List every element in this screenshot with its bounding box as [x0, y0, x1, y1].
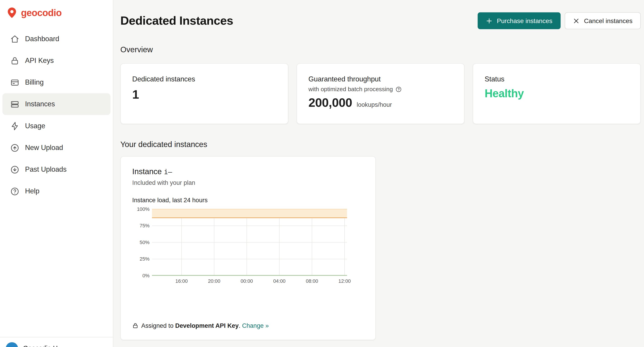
geocodio-logo[interactable]: geocodio — [0, 0, 113, 19]
sidebar-nav: DashboardAPI KeysBillingInstancesUsageNe… — [0, 28, 113, 202]
help-circle-icon — [10, 187, 19, 196]
svg-text:0%: 0% — [142, 273, 150, 278]
arrow-up-circle-icon — [10, 143, 19, 152]
instance-subtitle: Included with your plan — [132, 179, 364, 186]
dedicated-instances-card: Dedicated instances 1 — [120, 63, 288, 124]
credit-card-icon — [10, 78, 19, 87]
cancel-instances-button[interactable]: Cancel instances — [565, 12, 640, 29]
svg-text:50%: 50% — [140, 240, 150, 245]
help-circle-icon[interactable] — [395, 86, 401, 92]
bolt-icon — [10, 122, 19, 131]
page-title: Dedicated Instances — [120, 14, 233, 28]
sidebar-item-label: New Upload — [25, 144, 63, 152]
stat-title: Status — [484, 75, 629, 83]
sidebar-item-label: Dashboard — [25, 35, 59, 43]
stat-unit: lookups/hour — [356, 101, 392, 108]
change-link[interactable]: Change » — [242, 322, 269, 329]
sidebar-item-new-upload[interactable]: New Upload — [2, 137, 110, 159]
geocodio-wordmark: geocodio — [21, 7, 62, 18]
sidebar-item-label: Help — [25, 187, 40, 195]
svg-text:08:00: 08:00 — [306, 278, 318, 284]
instances-heading: Your dedicated instances — [120, 140, 640, 149]
sidebar-item-api-keys[interactable]: API Keys — [2, 50, 110, 72]
main-content: Dedicated Instances Purchase instances C… — [113, 0, 644, 347]
svg-text:75%: 75% — [140, 223, 150, 228]
guaranteed-throughput-card: Guaranteed throughput with optimized bat… — [296, 63, 464, 124]
sidebar-item-label: Instances — [25, 100, 55, 108]
purchase-instances-button[interactable]: Purchase instances — [478, 12, 560, 29]
sidebar-item-label: API Keys — [25, 57, 54, 65]
lock-icon — [132, 322, 138, 329]
sidebar-item-past-uploads[interactable]: Past Uploads — [2, 159, 110, 180]
instance-id: i– — [164, 168, 172, 176]
sidebar-item-label: Usage — [25, 122, 45, 130]
instance-load-chart: 0%25%50%75%100%16:0020:0000:0004:0008:00… — [132, 206, 354, 286]
status-card: Status Healthy — [473, 63, 641, 124]
chart-title: Instance load, last 24 hours — [132, 196, 364, 203]
arrow-down-circle-icon — [10, 165, 19, 174]
account-row[interactable]: Geocodio H — [0, 337, 113, 347]
assigned-api-key: Development API Key — [175, 322, 239, 329]
svg-text:100%: 100% — [137, 206, 150, 212]
stat-title: Guaranteed throughput — [308, 75, 453, 83]
svg-text:12:00: 12:00 — [338, 278, 351, 284]
server-icon — [10, 100, 19, 109]
sidebar-item-instances[interactable]: Instances — [2, 93, 110, 115]
overview-cards: Dedicated instances 1 Guaranteed through… — [120, 63, 640, 124]
stat-title: Dedicated instances — [132, 75, 276, 83]
sidebar-item-dashboard[interactable]: Dashboard — [2, 28, 110, 50]
stat-value: 1 — [132, 88, 276, 102]
overview-heading: Overview — [120, 45, 640, 54]
app-window: geocodio DashboardAPI KeysBillingInstanc… — [0, 0, 644, 347]
svg-text:25%: 25% — [140, 256, 150, 262]
sidebar-item-billing[interactable]: Billing — [2, 72, 110, 93]
svg-text:00:00: 00:00 — [240, 278, 253, 284]
stat-subtitle: with optimized batch processing — [308, 86, 393, 93]
stat-value: 200,000 — [308, 96, 352, 110]
plus-icon — [486, 18, 492, 24]
svg-text:20:00: 20:00 — [208, 278, 220, 284]
sidebar-item-label: Billing — [25, 78, 44, 86]
home-icon — [10, 34, 19, 44]
assigned-row: Assigned to Development API Key. Change … — [132, 322, 364, 329]
geocodio-pin-icon — [6, 7, 18, 19]
assigned-text: Assigned to Development API Key. Change … — [141, 322, 269, 329]
instance-card: Instance i– Included with your plan Inst… — [120, 156, 376, 340]
status-badge: Healthy — [484, 88, 629, 100]
sidebar-item-label: Past Uploads — [25, 165, 67, 174]
close-icon — [573, 18, 580, 24]
svg-text:04:00: 04:00 — [273, 278, 286, 284]
capacity-band — [152, 209, 347, 218]
avatar — [6, 342, 18, 347]
instance-title: Instance i– — [132, 167, 364, 176]
svg-text:16:00: 16:00 — [176, 278, 188, 284]
sidebar-item-usage[interactable]: Usage — [2, 115, 110, 137]
sidebar-item-help[interactable]: Help — [2, 180, 110, 202]
sidebar: geocodio DashboardAPI KeysBillingInstanc… — [0, 0, 113, 347]
account-name: Geocodio H — [23, 345, 58, 347]
lock-icon — [10, 56, 19, 65]
